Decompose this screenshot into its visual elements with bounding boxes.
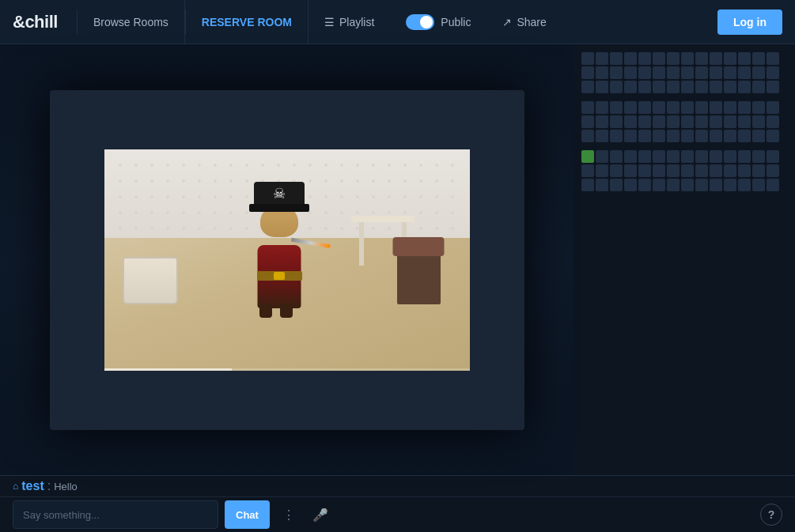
seat[interactable] [710,81,722,93]
more-options-button[interactable]: ⋮ [276,502,301,527]
seat[interactable] [767,52,779,65]
mute-button[interactable]: 🎤 [308,502,333,527]
seat[interactable] [681,81,694,93]
seat[interactable] [752,101,765,114]
seat[interactable] [638,81,651,93]
seat[interactable] [667,52,680,65]
seat[interactable] [581,81,594,93]
seat[interactable] [596,179,608,191]
chat-button[interactable]: Chat [225,500,270,529]
seat[interactable] [638,101,651,114]
seat[interactable] [752,66,765,79]
seat[interactable] [738,81,751,93]
seat[interactable] [695,179,708,191]
seat[interactable] [624,130,637,142]
seat[interactable] [653,150,665,163]
seat[interactable] [581,101,594,114]
seat[interactable] [638,115,651,128]
seat[interactable] [638,179,651,191]
seat[interactable] [681,52,694,65]
seat[interactable] [738,115,751,128]
seat[interactable] [681,115,694,128]
seat[interactable] [610,52,623,65]
seat[interactable] [653,179,665,191]
seat[interactable] [695,164,708,177]
seat[interactable] [667,81,680,93]
login-button[interactable]: Log in [717,9,782,35]
seat[interactable] [638,164,651,177]
seat[interactable] [710,115,722,128]
seat[interactable] [710,66,722,79]
seat[interactable] [581,164,594,177]
seat[interactable] [752,52,765,65]
seat[interactable] [596,164,608,177]
seat[interactable] [738,66,751,79]
seat[interactable] [695,81,708,93]
seat[interactable] [624,150,637,163]
seat[interactable] [610,179,623,191]
seat[interactable] [752,164,765,177]
seat[interactable] [724,101,736,114]
seat[interactable] [596,66,608,79]
seat[interactable] [624,179,637,191]
seat[interactable] [767,164,779,177]
seat[interactable] [610,115,623,128]
seat[interactable] [624,164,637,177]
seat[interactable] [653,81,665,93]
seat[interactable] [596,115,608,128]
seat[interactable] [596,130,608,142]
seat[interactable] [738,130,751,142]
seat[interactable] [738,150,751,163]
seat[interactable] [738,164,751,177]
seat[interactable] [624,52,637,65]
seat[interactable] [581,179,594,191]
seat[interactable] [681,164,694,177]
seat[interactable] [767,66,779,79]
seat[interactable] [710,101,722,114]
playlist-nav[interactable]: ☰ Playlist [309,0,390,43]
seat[interactable] [581,130,594,142]
seat[interactable] [610,150,623,163]
seat[interactable] [724,66,736,79]
seat[interactable] [681,130,694,142]
seat[interactable] [610,164,623,177]
seat[interactable] [710,150,722,163]
seat[interactable] [724,130,736,142]
seat[interactable] [724,179,736,191]
seat[interactable] [681,150,694,163]
seat[interactable] [667,66,680,79]
seat[interactable] [767,81,779,93]
seat[interactable] [695,150,708,163]
seat[interactable] [653,101,665,114]
seat[interactable] [653,130,665,142]
seat[interactable] [738,101,751,114]
seat[interactable] [724,150,736,163]
seat[interactable] [581,115,594,128]
seat[interactable] [752,150,765,163]
seat[interactable] [596,150,608,163]
public-nav[interactable]: Public [390,0,486,43]
seat[interactable] [581,52,594,65]
seat[interactable] [667,101,680,114]
seat[interactable] [767,179,779,191]
seat[interactable] [653,164,665,177]
seat[interactable] [767,130,779,142]
seat[interactable] [624,115,637,128]
reserve-room-link[interactable]: RESERVE ROOM [186,0,309,43]
seat[interactable] [653,115,665,128]
seat[interactable] [695,66,708,79]
seat[interactable] [681,66,694,79]
seat[interactable] [724,164,736,177]
seat[interactable] [695,115,708,128]
seat[interactable] [710,164,722,177]
seat[interactable] [681,179,694,191]
seat[interactable] [724,52,736,65]
seat[interactable] [738,52,751,65]
seat[interactable] [638,130,651,142]
seat[interactable] [581,66,594,79]
seat[interactable] [752,179,765,191]
seat[interactable] [752,81,765,93]
seat[interactable] [667,179,680,191]
seat[interactable] [667,130,680,142]
seat[interactable] [596,101,608,114]
